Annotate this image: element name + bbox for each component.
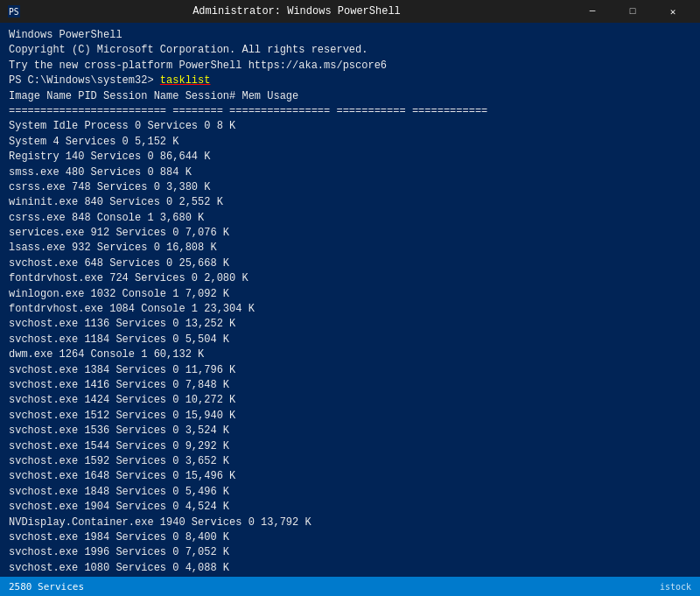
table-row: svchost.exe 1136 Services 0 13,252 K [9, 317, 691, 332]
prompt-line: PS C:\Windows\system32> tasklist [9, 74, 691, 88]
prompt-text: PS C:\Windows\system32> [9, 74, 160, 87]
intro-line: Copyright (C) Microsoft Corporation. All… [9, 43, 691, 58]
minimize-button[interactable]: ─ [572, 0, 612, 23]
close-button[interactable]: ✕ [653, 0, 693, 23]
table-row: svchost.exe 1996 Services 0 7,052 K [9, 545, 691, 560]
table-row: smss.exe 480 Services 0 884 K [9, 165, 691, 180]
table-row: fontdrvhost.exe 1084 Console 1 23,304 K [9, 302, 691, 317]
table-row: svchost.exe 1592 Services 0 3,652 K [9, 454, 691, 469]
table-row: dwm.exe 1264 Console 1 60,132 K [9, 347, 691, 362]
table-row: winlogon.exe 1032 Console 1 7,092 K [9, 287, 691, 302]
table-row: fontdrvhost.exe 724 Services 0 2,080 K [9, 271, 691, 286]
titlebar: PS Administrator: Windows PowerShell ─ □… [0, 0, 700, 23]
statusbar-watermark: istock [660, 582, 691, 592]
table-row: svchost.exe 648 Services 0 25,668 K [9, 256, 691, 271]
statusbar: 2580 Services istock [0, 577, 700, 596]
table-row: lsass.exe 932 Services 0 16,808 K [9, 241, 691, 256]
table-row: svchost.exe 1512 Services 0 15,940 K [9, 409, 691, 424]
svg-text:PS: PS [9, 7, 19, 17]
titlebar-buttons: ─ □ ✕ [572, 0, 693, 23]
table-row: svchost.exe 1384 Services 0 11,796 K [9, 363, 691, 378]
table-row: csrss.exe 848 Console 1 3,680 K [9, 211, 691, 226]
table-separator: ========================= ======== =====… [9, 104, 691, 119]
table-row: svchost.exe 1080 Services 0 4,088 K [9, 561, 691, 576]
table-row: svchost.exe 1848 Services 0 5,496 K [9, 485, 691, 500]
table-row: svchost.exe 1424 Services 0 10,272 K [9, 393, 691, 408]
table-row: svchost.exe 1416 Services 0 7,848 K [9, 378, 691, 393]
maximize-button[interactable]: □ [612, 0, 653, 23]
command-text: tasklist [160, 74, 211, 87]
table-row: NVDisplay.Container.exe 1940 Services 0 … [9, 515, 691, 530]
table-row: svchost.exe 1536 Services 0 3,524 K [9, 424, 691, 438]
table-row: svchost.exe 1648 Services 0 15,496 K [9, 469, 691, 484]
titlebar-title: Administrator: Windows PowerShell [26, 5, 567, 18]
table-header: Image Name PID Session Name Session# Mem… [9, 89, 691, 104]
table-row: csrss.exe 748 Services 0 3,380 K [9, 180, 691, 195]
table-row: System 4 Services 0 5,152 K [9, 135, 691, 150]
titlebar-icon: PS [7, 4, 21, 18]
table-row: System Idle Process 0 Services 0 8 K [9, 119, 691, 134]
statusbar-item1: 2580 Services [9, 581, 84, 592]
terminal-output: Windows PowerShellCopyright (C) Microsof… [0, 23, 700, 577]
table-row: wininit.exe 840 Services 0 2,552 K [9, 195, 691, 210]
table-row: svchost.exe 1184 Services 0 5,504 K [9, 333, 691, 347]
intro-line: Windows PowerShell [9, 28, 691, 43]
table-row: svchost.exe 1984 Services 0 8,400 K [9, 530, 691, 545]
table-row: svchost.exe 1904 Services 0 4,524 K [9, 500, 691, 515]
table-row: svchost.exe 1544 Services 0 9,292 K [9, 439, 691, 454]
intro-line: Try the new cross-platform PowerShell ht… [9, 59, 691, 74]
table-row: services.exe 912 Services 0 7,076 K [9, 226, 691, 241]
table-row: Registry 140 Services 0 86,644 K [9, 150, 691, 165]
